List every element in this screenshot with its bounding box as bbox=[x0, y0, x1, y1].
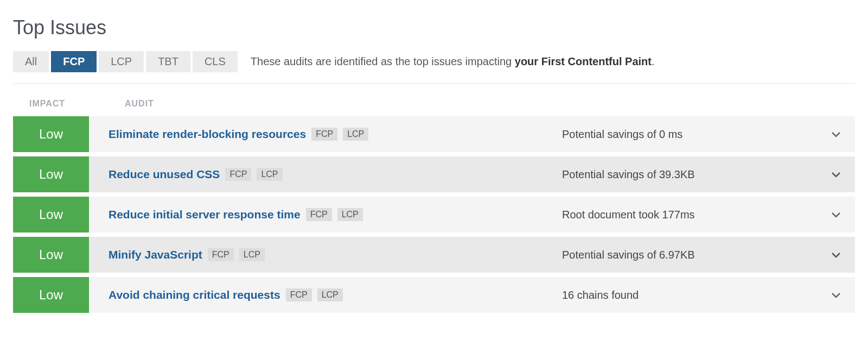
metric-tag: LCP bbox=[239, 248, 265, 261]
chevron-down-icon bbox=[829, 168, 843, 181]
audit-link[interactable]: Avoid chaining critical requests bbox=[108, 288, 280, 301]
audit-link[interactable]: Reduce unused CSS bbox=[108, 168, 220, 181]
column-audit: AUDIT bbox=[105, 99, 855, 109]
impact-badge: Low bbox=[13, 277, 89, 313]
metric-tag: LCP bbox=[257, 168, 282, 181]
audit-cell: Reduce initial server response timeFCPLC… bbox=[89, 197, 562, 232]
metric-tag: LCP bbox=[317, 288, 343, 301]
metric-tag: FCP bbox=[311, 128, 337, 141]
page-title: Top Issues bbox=[13, 16, 855, 39]
tab-row: AllFCPLCPTBTCLS These audits are identif… bbox=[13, 51, 855, 84]
tab-fcp[interactable]: FCP bbox=[51, 51, 97, 72]
metric-tag: LCP bbox=[337, 208, 363, 221]
audit-link[interactable]: Eliminate render-blocking resources bbox=[108, 128, 306, 141]
top-issues-panel: Top Issues AllFCPLCPTBTCLS These audits … bbox=[0, 0, 868, 313]
chevron-down-icon bbox=[829, 248, 843, 261]
issue-row[interactable]: LowAvoid chaining critical requestsFCPLC… bbox=[13, 277, 855, 313]
tab-description-suffix: . bbox=[652, 55, 655, 67]
result-text: Root document took 177ms bbox=[562, 197, 817, 232]
column-impact: IMPACT bbox=[13, 99, 105, 109]
tab-all[interactable]: All bbox=[13, 51, 49, 72]
audit-cell: Reduce unused CSSFCPLCP bbox=[89, 156, 562, 192]
metric-tag: FCP bbox=[286, 288, 312, 301]
tab-lcp[interactable]: LCP bbox=[99, 51, 144, 72]
chevron-down-icon bbox=[829, 288, 843, 301]
result-text: Potential savings of 0 ms bbox=[562, 116, 817, 152]
metric-tag: LCP bbox=[343, 128, 368, 141]
expand-toggle[interactable] bbox=[817, 237, 855, 273]
tab-cls[interactable]: CLS bbox=[193, 51, 238, 72]
table-header: IMPACT AUDIT bbox=[13, 99, 855, 116]
result-text: Potential savings of 39.3KB bbox=[562, 156, 817, 192]
expand-toggle[interactable] bbox=[817, 197, 855, 232]
expand-toggle[interactable] bbox=[817, 156, 855, 192]
impact-badge: Low bbox=[13, 237, 89, 273]
audit-cell: Avoid chaining critical requestsFCPLCP bbox=[89, 277, 562, 313]
impact-badge: Low bbox=[13, 197, 89, 232]
impact-badge: Low bbox=[13, 156, 89, 192]
chevron-down-icon bbox=[829, 128, 843, 141]
result-text: Potential savings of 6.97KB bbox=[562, 237, 817, 273]
metric-tag: FCP bbox=[306, 208, 332, 221]
audit-link[interactable]: Minify JavaScript bbox=[108, 248, 202, 261]
metric-tag: FCP bbox=[225, 168, 251, 181]
issues-list: LowEliminate render-blocking resourcesFC… bbox=[13, 116, 855, 313]
issue-row[interactable]: LowReduce initial server response timeFC… bbox=[13, 197, 855, 232]
issue-row[interactable]: LowReduce unused CSSFCPLCPPotential savi… bbox=[13, 156, 855, 192]
audit-cell: Eliminate render-blocking resourcesFCPLC… bbox=[89, 116, 562, 152]
expand-toggle[interactable] bbox=[817, 116, 855, 152]
tab-tbt[interactable]: TBT bbox=[146, 51, 190, 72]
tab-description-prefix: These audits are identified as the top i… bbox=[251, 55, 515, 67]
audit-cell: Minify JavaScriptFCPLCP bbox=[89, 237, 562, 273]
audit-link[interactable]: Reduce initial server response time bbox=[108, 208, 301, 221]
issue-row[interactable]: LowMinify JavaScriptFCPLCPPotential savi… bbox=[13, 237, 855, 273]
tab-description: These audits are identified as the top i… bbox=[251, 55, 655, 68]
result-text: 16 chains found bbox=[562, 277, 817, 313]
impact-badge: Low bbox=[13, 116, 89, 152]
tab-description-strong: your First Contentful Paint bbox=[515, 55, 652, 67]
issue-row[interactable]: LowEliminate render-blocking resourcesFC… bbox=[13, 116, 855, 152]
metric-tag: FCP bbox=[208, 248, 234, 261]
chevron-down-icon bbox=[829, 208, 843, 221]
expand-toggle[interactable] bbox=[817, 277, 855, 313]
